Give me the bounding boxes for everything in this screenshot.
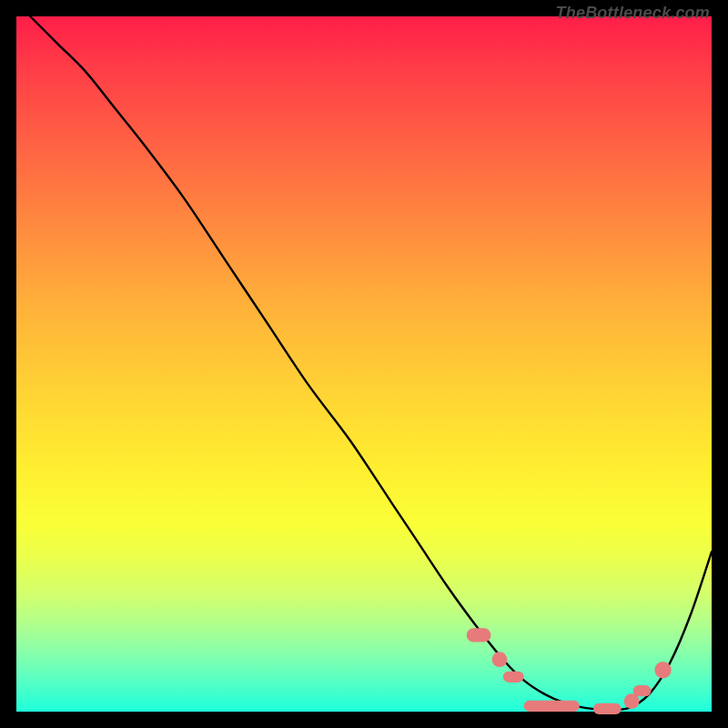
marker-pill	[524, 701, 580, 712]
marker-pill	[467, 628, 491, 642]
curve-line	[30, 16, 712, 710]
marker-dot	[492, 652, 508, 667]
marker-dot	[654, 662, 671, 678]
marker-pill	[503, 672, 524, 682]
chart-svg	[16, 16, 712, 712]
marker-pill	[633, 685, 652, 696]
chart-frame: TheBottleneck.com	[0, 0, 728, 728]
marker-pill	[593, 703, 622, 714]
